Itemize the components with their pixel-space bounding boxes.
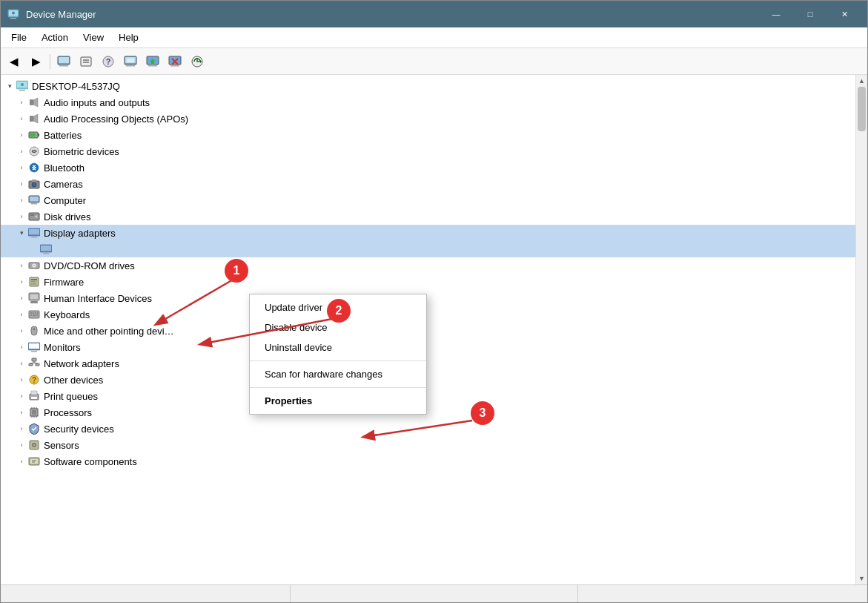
expand-disk-drives[interactable]: › [16, 211, 27, 223]
toolbar: ◀ ▶ ? [1, 48, 867, 75]
expand-apo[interactable]: › [16, 113, 27, 125]
tree-item-audio-inputs[interactable]: › Audio inputs and outputs [1, 94, 855, 111]
expand-monitors[interactable]: › [16, 341, 27, 353]
tree-item-keyboards[interactable]: › Keyboards [1, 306, 855, 323]
scan-changes-button[interactable] [187, 51, 208, 72]
uninstall-button[interactable] [165, 51, 185, 72]
tree-item-display-adapter-child[interactable] [1, 241, 855, 257]
close-button[interactable]: ✕ [827, 1, 861, 27]
svg-rect-67 [37, 312, 39, 314]
expand-processors[interactable]: › [16, 406, 27, 418]
expand-biometric[interactable]: › [16, 145, 27, 157]
context-menu-disable-device[interactable]: Disable device [250, 317, 426, 337]
tree-item-dvd[interactable]: › DVD/CD-ROM drives [1, 257, 855, 274]
expand-cameras[interactable]: › [16, 178, 27, 190]
scroll-up[interactable]: ▲ [856, 75, 867, 87]
expand-sensors[interactable]: › [16, 439, 27, 451]
tree-item-mice[interactable]: › Mice and other pointing devi… [1, 323, 855, 339]
scrollbar[interactable]: ▲ ▼ [855, 75, 867, 584]
tree-item-security[interactable]: › Security devices [1, 421, 855, 437]
expand-batteries[interactable]: › [16, 129, 27, 141]
svg-rect-77 [32, 358, 36, 361]
expand-network[interactable]: › [16, 357, 27, 369]
tree-item-monitors-label: Monitors [44, 342, 81, 353]
expand-security[interactable]: › [16, 423, 27, 435]
menu-file[interactable]: File [4, 29, 34, 46]
tree-item-batteries[interactable]: › Batteries [1, 127, 855, 143]
tree-item-biometric[interactable]: › Biometric devices [1, 143, 855, 159]
expand-computer[interactable]: › [16, 194, 27, 206]
tree-item-computer[interactable]: › Computer [1, 192, 855, 208]
forward-button[interactable]: ▶ [26, 51, 47, 72]
svg-rect-78 [29, 363, 33, 366]
update-driver-button[interactable] [142, 51, 163, 72]
expand-firmware[interactable]: › [16, 276, 27, 288]
network-icon [27, 357, 41, 370]
expand-dvd[interactable]: › [16, 260, 27, 271]
tree-item-processors[interactable]: › Processors [1, 404, 855, 421]
tree-item-cameras[interactable]: › Cameras [1, 176, 855, 192]
svg-rect-42 [31, 203, 37, 205]
menu-action[interactable]: Action [34, 29, 76, 46]
processor-icon [27, 406, 41, 419]
tree-item-mice-label: Mice and other pointing devi… [44, 326, 174, 337]
svg-rect-76 [29, 343, 39, 349]
minimize-button[interactable]: — [759, 1, 793, 27]
tree-item-hid[interactable]: › Human Interface Devices [1, 290, 855, 306]
context-menu-update-driver[interactable]: Update driver [250, 297, 426, 317]
svg-rect-79 [36, 363, 39, 366]
scroll-down[interactable]: ▼ [856, 573, 867, 584]
biometric-icon [27, 145, 41, 158]
help-button[interactable]: ? [98, 51, 119, 72]
tree-pane[interactable]: ▾ DESKTOP-4L537JQ › Audio inputs and out… [1, 75, 855, 584]
dvd-icon [27, 259, 41, 272]
tree-item-apo[interactable]: › Audio Processing Objects (APOs) [1, 111, 855, 127]
resources-button[interactable] [120, 51, 141, 72]
context-menu-uninstall-device[interactable]: Uninstall device [250, 337, 426, 357]
menu-view[interactable]: View [76, 29, 111, 46]
expand-mice[interactable]: › [16, 325, 27, 337]
tree-item-network[interactable]: › Network adapters [1, 355, 855, 372]
back-button[interactable]: ◀ [4, 51, 24, 72]
svg-point-98 [33, 444, 36, 447]
svg-rect-1 [10, 18, 16, 19]
expand-hid[interactable]: › [16, 292, 27, 304]
maximize-button[interactable]: □ [793, 1, 827, 27]
svg-rect-59 [31, 283, 36, 285]
tree-item-disk-drives[interactable]: › Disk drives [1, 208, 855, 225]
tree-item-firmware[interactable]: › Firmware [1, 274, 855, 290]
context-menu-properties[interactable]: Properties [250, 391, 426, 411]
expand-root[interactable]: ▾ [4, 80, 16, 92]
tree-root[interactable]: ▾ DESKTOP-4L537JQ [1, 78, 855, 94]
titlebar: Device Manager — □ ✕ [1, 1, 867, 27]
svg-line-81 [31, 363, 35, 363]
context-menu-scan-changes[interactable]: Scan for hardware changes [250, 364, 426, 384]
expand-keyboards[interactable]: › [16, 309, 27, 320]
tree-item-bluetooth[interactable]: › Bluetooth [1, 159, 855, 176]
menu-help[interactable]: Help [111, 29, 146, 46]
show-connections-button[interactable] [76, 51, 96, 72]
svg-rect-17 [148, 65, 157, 67]
tree-item-sensors[interactable]: › Sensors [1, 437, 855, 453]
svg-rect-69 [33, 314, 36, 316]
expand-software[interactable]: › [16, 455, 27, 467]
show-devices-button[interactable] [53, 51, 74, 72]
tree-item-monitors[interactable]: › Monitors [1, 339, 855, 355]
expand-bluetooth[interactable]: › [16, 162, 27, 174]
tree-item-print[interactable]: › Print queues [1, 388, 855, 404]
context-menu: Update driver Disable device Uninstall d… [249, 294, 427, 415]
keyboard-icon [27, 308, 41, 321]
tree-item-firmware-label: Firmware [44, 277, 84, 288]
expand-other[interactable]: › [16, 374, 27, 386]
expand-display-adapters[interactable]: ▾ [16, 227, 27, 239]
tree-item-software[interactable]: › Software components [1, 453, 855, 469]
expand-child [27, 243, 39, 255]
scroll-thumb[interactable] [858, 87, 866, 131]
tree-item-display-adapters[interactable]: ▾ Display adapters [1, 225, 855, 241]
svg-rect-61 [30, 301, 38, 303]
svg-point-37 [30, 163, 39, 172]
tree-item-other[interactable]: › ? Other devices [1, 372, 855, 388]
svg-rect-64 [30, 312, 32, 314]
expand-audio-inputs[interactable]: › [16, 96, 27, 108]
expand-print[interactable]: › [16, 390, 27, 402]
